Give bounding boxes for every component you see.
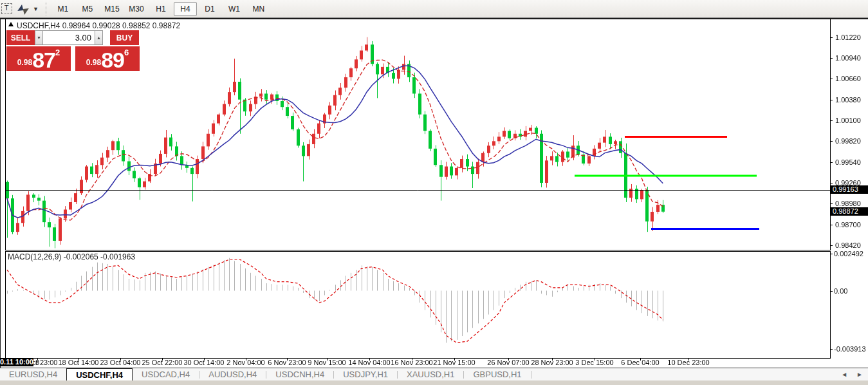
price-axis-label: 0.98700 xyxy=(835,221,861,229)
timeframe-button-m1[interactable]: M1 xyxy=(51,2,75,16)
symbol-tab-usdcnh[interactable]: USDCNH,H4 xyxy=(266,368,333,380)
time-axis-label: 14 Nov 04:00 xyxy=(348,359,390,366)
symbol-tab-xauusd[interactable]: XAUUSD,H1 xyxy=(398,368,463,380)
status-bar xyxy=(0,380,868,385)
volume-input[interactable]: 3.00 xyxy=(43,30,95,45)
symbol-tab-usdchf[interactable]: USDCHF,H4 xyxy=(66,368,133,380)
pattern-dropdown-caret-icon[interactable]: ▼ xyxy=(33,6,39,12)
price-axis-label: 1.00660 xyxy=(835,75,861,82)
price-axis-label: 0.98980 xyxy=(835,200,861,207)
time-axis-label: 30 Oct 14:00 xyxy=(184,359,225,366)
symbol-tab-audusd[interactable]: AUDUSD,H4 xyxy=(199,368,266,380)
sell-button[interactable]: SELL xyxy=(6,30,35,45)
volume-increase-button[interactable]: ▲ xyxy=(95,30,103,45)
symbol-tab-usdjpy[interactable]: USDJPY,H1 xyxy=(334,368,397,380)
timeframe-button-h4[interactable]: H4 xyxy=(174,2,197,16)
top-toolbar: T ▼ M1M5M15M30H1H4D1W1MN xyxy=(0,0,868,18)
timeframe-button-h1[interactable]: H1 xyxy=(149,2,172,16)
time-axis-label: 18 Oct 14:00 xyxy=(59,359,99,366)
tab-separator xyxy=(531,371,531,379)
price-axis-label: 1.00940 xyxy=(835,54,861,62)
time-axis-label: 6 Nov 23:00 xyxy=(268,359,306,366)
time-axis-label: 25 Oct 22:00 xyxy=(142,359,183,366)
time-axis-label: 21 Nov 15:00 xyxy=(433,359,475,366)
macd-axis-label: 0.00 xyxy=(834,287,847,295)
time-axis-label: 28 Nov 23:00 xyxy=(531,359,573,366)
macd-indicator-label: MACD(12,26,9) -0.002065 -0.001963 xyxy=(8,252,135,261)
symbol-tab-usdcad[interactable]: USDCAD,H4 xyxy=(133,368,199,380)
buy-price-pip-digit: 6 xyxy=(124,48,129,57)
timeframe-button-w1[interactable]: W1 xyxy=(223,2,246,16)
time-axis-label: 26 Nov 07:00 xyxy=(487,359,529,366)
toolbar-separator xyxy=(46,3,47,15)
chart-marker-icon xyxy=(8,22,14,26)
volume-decrease-button[interactable]: ▼ xyxy=(35,30,43,45)
buy-price-big-digits: 89 xyxy=(101,50,124,70)
time-axis-label: 6 Dec 04:00 xyxy=(621,359,659,366)
time-axis-label: 3 Dec 15:00 xyxy=(575,359,613,366)
time-axis-label: 16 Nov 23:00 xyxy=(391,359,432,366)
macd-axis-label: 0.002492 xyxy=(834,250,863,258)
price-axis-label: 0.99540 xyxy=(835,158,861,166)
time-axis-label: 10 Dec 23:00 xyxy=(667,359,709,366)
time-axis-label: 23 Oct 04:00 xyxy=(100,359,141,366)
mt4-window: { "toolbar": { "timeframes": ["M1","M5",… xyxy=(0,0,868,385)
macd-axis-label: -0.003913 xyxy=(834,345,866,353)
sell-price-display[interactable]: 0.98872 xyxy=(6,46,71,71)
time-axis-cut-label: 8 xyxy=(35,359,39,366)
tab-scroll-right-icon[interactable]: ► xyxy=(856,371,863,378)
price-axis-label: 1.01220 xyxy=(835,33,861,41)
timeframe-button-d1[interactable]: D1 xyxy=(198,2,221,16)
price-axis-label: 0.99820 xyxy=(835,137,861,145)
price-axis-label: 1.00100 xyxy=(835,117,861,124)
price-axis-value-box: 0.99163 xyxy=(831,185,868,194)
chart-window-left-border xyxy=(0,18,1,368)
symbol-tab-eurusd[interactable]: EURUSD,H4 xyxy=(0,368,66,380)
sell-price-prefix: 0.98 xyxy=(17,58,32,67)
sell-price-big-digits: 87 xyxy=(32,50,55,70)
buy-button[interactable]: BUY xyxy=(110,30,139,45)
crosshair-time-box: 0.11 10:00 xyxy=(0,358,33,366)
time-axis-label: 9 Nov 15:00 xyxy=(308,359,346,366)
pattern-tool-icon[interactable] xyxy=(17,3,31,15)
tab-scroll-left-icon[interactable]: ◄ xyxy=(841,371,847,378)
timeframe-button-m15[interactable]: M15 xyxy=(100,2,124,16)
sell-price-pip-digit: 2 xyxy=(55,48,60,57)
text-tool-icon[interactable]: T xyxy=(1,3,15,15)
buy-price-prefix: 0.98 xyxy=(86,58,101,67)
price-axis-value-box: 0.98872 xyxy=(831,207,868,216)
timeframe-button-mn[interactable]: MN xyxy=(247,2,270,16)
timeframe-button-m30[interactable]: M30 xyxy=(125,2,148,16)
price-axis-label: 0.98420 xyxy=(835,241,861,249)
time-axis-label: 2 Nov 04:00 xyxy=(226,359,264,366)
symbol-tab-gbpusd[interactable]: GBPUSD,H1 xyxy=(464,368,530,380)
timeframe-group: M1M5M15M30H1H4D1W1MN xyxy=(51,2,271,16)
timeframe-button-m5[interactable]: M5 xyxy=(76,2,99,16)
chart-window-top-border xyxy=(0,18,868,19)
chart-title-ohlc: USDCHF,H4 0.98964 0.99028 0.98852 0.9887… xyxy=(17,21,180,30)
buy-price-display[interactable]: 0.98896 xyxy=(75,46,140,71)
one-click-trade-panel: SELL ▼ 3.00 ▲ BUY 0.98872 0.98896 xyxy=(6,30,142,71)
tab-scroll-arrows: ◄ ► xyxy=(841,371,863,378)
price-axis-label: 1.00380 xyxy=(835,96,861,104)
symbol-tab-bar: EURUSD,H4USDCHF,H4USDCAD,H4AUDUSD,H4USDC… xyxy=(0,368,868,380)
